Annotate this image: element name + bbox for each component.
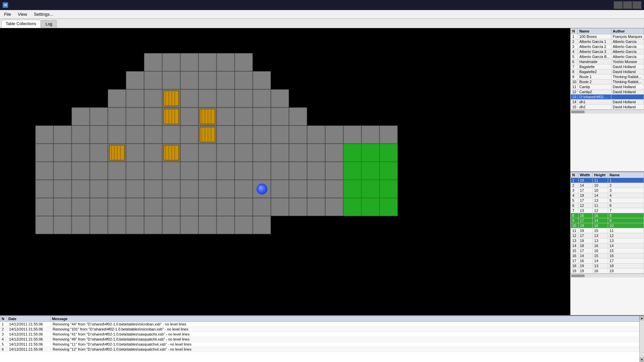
right-panel: N Name Author EMail 1100 BoxesFrançois M… — [570, 28, 644, 315]
log-row: 114/12/2011 21:55:06Removing "44" from "… — [0, 322, 639, 327]
menu-settings[interactable]: Settings... — [31, 11, 56, 17]
middle-row: N Name Author EMail 1100 BoxesFrançois M… — [0, 28, 644, 315]
level-row[interactable]: 612116 — [571, 203, 644, 208]
col-author: Author — [611, 28, 644, 34]
log-row: 314/12/2011 21:55:06Removing "41" from "… — [0, 332, 639, 337]
log-table: N Date Message 114/12/2011 21:55:06Remov… — [0, 316, 639, 352]
log-col-message: Message — [51, 316, 639, 322]
menu-file[interactable]: File — [1, 11, 14, 17]
level-row[interactable]: 14181614 — [571, 243, 644, 248]
level-row[interactable]: 16141516 — [571, 253, 644, 258]
collections-tbody: 1100 BoxesFrançois Marquessokob2Alberto … — [571, 34, 644, 110]
collection-row[interactable]: 4Alberto García 3Alberto Garcíaalbeito — [571, 49, 644, 54]
log-col-n: N — [0, 316, 7, 322]
minimize-button[interactable] — [614, 1, 623, 9]
status-bar — [0, 307, 570, 315]
titlebar-controls — [614, 1, 641, 9]
maximize-button[interactable] — [623, 1, 632, 9]
titlebar-left: 4f — [3, 2, 10, 8]
lvl-col-width: Width — [578, 172, 593, 178]
log-tbody: 114/12/2011 21:55:06Removing "44" from "… — [0, 322, 639, 352]
bottom-area: N Date Message 114/12/2011 21:55:06Remov… — [0, 315, 644, 362]
level-row[interactable]: 119111 — [571, 178, 644, 183]
log-row: 614/12/2011 21:55:06Removing "12" from "… — [0, 347, 639, 352]
log-row: 414/12/2011 21:55:06Removing "49" from "… — [0, 337, 639, 342]
level-row[interactable]: 713127 — [571, 208, 644, 213]
level-row[interactable]: 317103 — [571, 188, 644, 193]
collection-row[interactable]: 2Alberto García 1Alberto Garcíaalbeito — [571, 39, 644, 44]
log-col-date: Date — [7, 316, 51, 322]
levels-table: N Width Height Name 11911121410231710341… — [571, 172, 644, 274]
collection-row[interactable]: 9Boxle 1Thinking Rabbit... — [571, 74, 644, 79]
tab-table-collections[interactable]: Table Collections — [1, 20, 41, 28]
lvl-col-name: Name — [608, 172, 644, 178]
level-row[interactable]: 19191619 — [571, 268, 644, 274]
titlebar: 4f — [0, 0, 644, 10]
level-row[interactable]: 13191313 — [571, 238, 644, 243]
game-area[interactable] — [0, 28, 570, 315]
col-name: Name — [578, 28, 611, 34]
col-n: N — [571, 28, 578, 34]
collection-row[interactable]: 13D:\shared\4f02-... — [571, 95, 644, 100]
log-scroll-up[interactable]: ▲ — [640, 316, 644, 320]
level-row[interactable]: 517135 — [571, 198, 644, 203]
level-row[interactable]: 18191318 — [571, 263, 644, 268]
level-row[interactable]: 15171615 — [571, 248, 644, 253]
collection-row[interactable]: 8Bagatelle2David HollanddavidS — [571, 69, 644, 74]
collection-row[interactable]: 14dh1David HollanddavidS — [571, 100, 644, 105]
level-row[interactable]: 10191610 — [571, 223, 644, 228]
log-row: 214/12/2011 21:55:06Removing "101" from … — [0, 327, 639, 332]
collection-row[interactable]: 3Alberto García 2Alberto Garcíaalbeito — [571, 44, 644, 49]
collection-row[interactable]: 1100 BoxesFrançois Marquessokob — [571, 34, 644, 39]
collection-row[interactable]: 6HandmadeYoshio Muraseyoshio — [571, 59, 644, 64]
content-area: N Name Author EMail 1100 BoxesFrançois M… — [0, 28, 644, 362]
collection-row[interactable]: 15dh2David HollanddavidS — [571, 105, 644, 110]
levels-table-wrap: N Width Height Name 11911121410231710341… — [571, 172, 644, 315]
levels-tbody: 1191112141023171034191445171356121167131… — [571, 178, 644, 274]
collection-row[interactable]: 11CantipDavid HollanddavidS — [571, 84, 644, 89]
level-row[interactable]: 419144 — [571, 193, 644, 198]
level-row[interactable]: 17161417 — [571, 258, 644, 263]
level-row[interactable]: 11191511 — [571, 228, 644, 233]
lvl-col-n: N — [571, 172, 579, 178]
level-row[interactable]: 12171312 — [571, 233, 644, 238]
level-row[interactable]: 917149 — [571, 218, 644, 223]
menu-view[interactable]: View — [15, 11, 30, 17]
log-table-wrap: N Date Message 114/12/2011 21:55:06Remov… — [0, 316, 639, 362]
collection-row[interactable]: 12Cantip2David HollanddavidS — [571, 89, 644, 95]
game-canvas — [0, 28, 570, 315]
app-icon: 4f — [3, 2, 8, 8]
collection-row[interactable]: 7BagatelleDavid HollanddavidS — [571, 64, 644, 69]
collections-table-wrap: N Name Author EMail 1100 BoxesFrançois M… — [571, 28, 644, 172]
collections-hscroll[interactable] — [571, 110, 644, 114]
tabbar: Table Collections Log — [0, 19, 644, 28]
tab-log[interactable]: Log — [41, 20, 57, 28]
level-row[interactable]: 816168 — [571, 213, 644, 218]
collections-table: N Name Author EMail 1100 BoxesFrançois M… — [571, 28, 644, 110]
log-scroll-down[interactable]: ▼ — [640, 357, 644, 362]
levels-hscroll[interactable] — [571, 274, 644, 278]
log-scroll-indicator: ▲ ▼ — [639, 316, 644, 362]
menubar: File View Settings... — [0, 10, 644, 19]
lvl-col-height: Height — [593, 172, 608, 178]
collection-row[interactable]: 5Alberto García B...Alberto Garcíaalbeit… — [571, 54, 644, 59]
level-row[interactable]: 214102 — [571, 183, 644, 188]
collection-row[interactable]: 10Boxle 2Thinking Rabbit... — [571, 79, 644, 84]
log-row: 514/12/2011 21:55:06Removing "11" from "… — [0, 342, 639, 347]
close-button[interactable] — [633, 1, 641, 9]
